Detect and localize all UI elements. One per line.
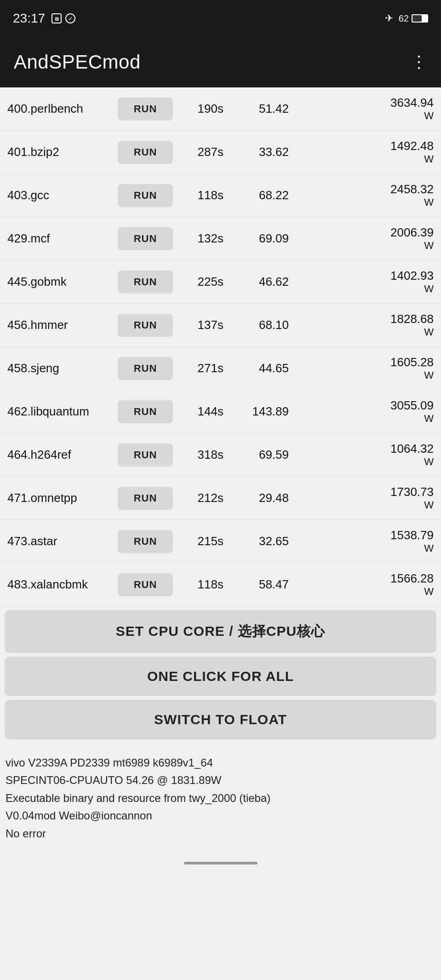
footer-line4: V0.04mod Weibo@ioncannon: [6, 807, 435, 824]
table-row: 456.hmmerRUN137s68.101828.68W: [0, 304, 441, 347]
status-right: ✈ 62: [385, 12, 428, 24]
footer-text: vivo V2339A PD2339 mt6989 k6989v1_64 SPE…: [6, 754, 435, 842]
benchmark-watts: 2458.32W: [292, 182, 434, 208]
table-row: 401.bzip2RUN287s33.621492.48W: [0, 131, 441, 174]
benchmark-name: 473.astar: [7, 534, 118, 549]
footer-line1: vivo V2339A PD2339 mt6989 k6989v1_64: [6, 754, 435, 772]
table-row: 403.gccRUN118s68.222458.32W: [0, 174, 441, 217]
run-button[interactable]: RUN: [118, 487, 173, 510]
benchmark-score: 33.62: [228, 145, 292, 159]
benchmark-watts: 1828.68W: [292, 312, 434, 338]
benchmark-name: 403.gcc: [7, 188, 118, 203]
benchmark-name: 471.omnetpp: [7, 490, 118, 506]
set-cpu-core-button[interactable]: SET CPU CORE / 选择CPU核心: [5, 610, 436, 653]
app-title: AndSPECmod: [14, 51, 141, 73]
benchmark-time: 118s: [173, 577, 228, 592]
table-row: 429.mcfRUN132s69.092006.39W: [0, 217, 441, 260]
battery-level: 62: [399, 13, 409, 24]
benchmark-score: 68.10: [228, 318, 292, 332]
benchmark-watts: 1730.73W: [292, 485, 434, 511]
footer-line5: No error: [6, 825, 435, 842]
benchmark-time: 225s: [173, 275, 228, 289]
run-button[interactable]: RUN: [118, 357, 173, 380]
footer-line3: Executable binary and resource from twy_…: [6, 790, 435, 807]
more-options-icon[interactable]: ⋮: [411, 54, 427, 70]
bottom-bar: [0, 852, 441, 875]
benchmark-score: 32.65: [228, 534, 292, 548]
benchmark-name: 445.gobmk: [7, 274, 118, 290]
status-left: 23:17 ▦ ✓: [13, 11, 75, 26]
benchmark-watts: 3634.94W: [292, 96, 434, 122]
benchmark-time: 215s: [173, 534, 228, 548]
benchmark-name: 429.mcf: [7, 231, 118, 247]
benchmark-time: 271s: [173, 361, 228, 375]
benchmark-score: 68.22: [228, 188, 292, 202]
benchmark-watts: 3055.09W: [292, 398, 434, 425]
benchmark-score: 51.42: [228, 102, 292, 116]
battery-container: 62: [399, 13, 428, 24]
run-button[interactable]: RUN: [118, 400, 173, 423]
benchmark-name: 401.bzip2: [7, 144, 118, 160]
run-button[interactable]: RUN: [118, 314, 173, 337]
benchmark-time: 137s: [173, 318, 228, 332]
action-buttons: SET CPU CORE / 选择CPU核心 ONE CLICK FOR ALL…: [0, 606, 441, 747]
benchmark-name: 458.sjeng: [7, 361, 118, 376]
table-row: 471.omnetppRUN212s29.481730.73W: [0, 477, 441, 520]
benchmark-time: 287s: [173, 145, 228, 159]
one-click-for-all-button[interactable]: ONE CLICK FOR ALL: [5, 657, 436, 696]
run-button[interactable]: RUN: [118, 444, 173, 467]
benchmark-watts: 1402.93W: [292, 269, 434, 295]
benchmark-time: 132s: [173, 231, 228, 246]
run-button[interactable]: RUN: [118, 271, 173, 294]
benchmark-score: 46.62: [228, 275, 292, 289]
footer-line2: SPECINT06-CPUAUTO 54.26 @ 1831.89W: [6, 772, 435, 789]
switch-to-float-button[interactable]: SWITCH TO FLOAT: [5, 700, 436, 739]
benchmark-watts: 1492.48W: [292, 139, 434, 165]
status-bar: 23:17 ▦ ✓ ✈ 62: [0, 0, 441, 37]
battery-fill: [412, 15, 422, 22]
benchmark-name: 462.libquantum: [7, 404, 118, 420]
benchmark-name: 456.hmmer: [7, 317, 118, 333]
battery-icon: [412, 14, 428, 23]
benchmark-time: 212s: [173, 491, 228, 505]
benchmark-name: 483.xalancbmk: [7, 577, 118, 593]
time-display: 23:17: [13, 11, 45, 26]
table-row: 445.gobmkRUN225s46.621402.93W: [0, 260, 441, 304]
table-row: 462.libquantumRUN144s143.893055.09W: [0, 390, 441, 433]
table-row: 458.sjengRUN271s44.651605.28W: [0, 347, 441, 390]
benchmark-score: 29.48: [228, 491, 292, 505]
benchmark-watts: 1566.28W: [292, 571, 434, 598]
table-row: 483.xalancbmkRUN118s58.471566.28W: [0, 563, 441, 606]
benchmark-watts: 1538.79W: [292, 528, 434, 554]
run-button[interactable]: RUN: [118, 184, 173, 207]
benchmark-name: 400.perlbench: [7, 101, 118, 117]
benchmark-watts: 1605.28W: [292, 355, 434, 381]
table-row: 473.astarRUN215s32.651538.79W: [0, 520, 441, 563]
benchmark-time: 118s: [173, 188, 228, 202]
benchmark-watts: 2006.39W: [292, 225, 434, 252]
run-button[interactable]: RUN: [118, 98, 173, 121]
run-button[interactable]: RUN: [118, 141, 173, 164]
airplane-icon: ✈: [385, 12, 393, 24]
footer-info: vivo V2339A PD2339 mt6989 k6989v1_64 SPE…: [0, 747, 441, 852]
app-bar: AndSPECmod ⋮: [0, 37, 441, 87]
run-button[interactable]: RUN: [118, 530, 173, 553]
bottom-indicator: [184, 862, 258, 865]
benchmark-score: 58.47: [228, 577, 292, 592]
run-button[interactable]: RUN: [118, 573, 173, 596]
benchmark-time: 190s: [173, 102, 228, 116]
table-row: 464.h264refRUN318s69.591064.32W: [0, 433, 441, 477]
benchmark-score: 69.59: [228, 448, 292, 462]
status-icons: ▦ ✓: [52, 13, 75, 23]
benchmark-watts: 1064.32W: [292, 442, 434, 468]
benchmark-score: 44.65: [228, 361, 292, 375]
benchmark-time: 318s: [173, 448, 228, 462]
benchmark-name: 464.h264ref: [7, 447, 118, 463]
run-button[interactable]: RUN: [118, 227, 173, 250]
benchmark-time: 144s: [173, 404, 228, 419]
benchmark-score: 143.89: [228, 404, 292, 419]
table-row: 400.perlbenchRUN190s51.423634.94W: [0, 87, 441, 131]
media-icon: ▦: [52, 13, 62, 23]
benchmark-list: 400.perlbenchRUN190s51.423634.94W401.bzi…: [0, 87, 441, 606]
benchmark-score: 69.09: [228, 231, 292, 246]
